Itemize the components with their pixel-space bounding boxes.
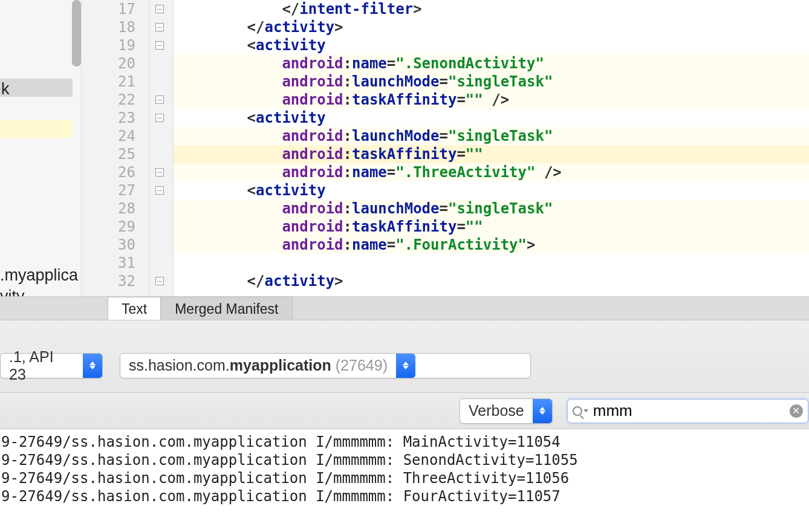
process-select-label: ss.hasion.com.myapplication (27649) xyxy=(120,357,396,374)
fold-marker[interactable] xyxy=(155,5,164,13)
tab-merged-manifest[interactable]: Merged Manifest xyxy=(161,297,292,320)
logcat-filter-toolbar: Verbose ✕ xyxy=(0,393,809,429)
line-number: 20 xyxy=(82,54,135,73)
line-number: 22 xyxy=(82,91,135,109)
code-line[interactable]: android:launchMode="singleTask" xyxy=(174,73,809,91)
line-number: 17 xyxy=(82,0,135,18)
log-level-select[interactable]: Verbose xyxy=(460,398,553,424)
sidebar-item-label: .myapplica xyxy=(0,266,78,285)
log-search-field[interactable]: ✕ xyxy=(567,399,808,423)
line-number: 24 xyxy=(82,127,135,145)
code-line[interactable]: </intent-filter> xyxy=(174,0,809,18)
line-number: 32 xyxy=(82,272,135,290)
dropdown-icon xyxy=(83,354,102,378)
device-select[interactable]: .1, API 23 xyxy=(0,353,103,378)
fold-marker[interactable] xyxy=(155,186,164,195)
fold-marker[interactable] xyxy=(155,23,164,31)
code-line[interactable]: android:name=".SenondActivity" xyxy=(174,54,809,73)
log-line: 9-27649/ss.hasion.com.myapplication I/mm… xyxy=(0,451,809,469)
log-line: 9-27649/ss.hasion.com.myapplication I/mm… xyxy=(0,469,809,487)
code-line[interactable]: android:taskAffinity="" /> xyxy=(174,91,809,109)
fold-marker[interactable] xyxy=(155,114,164,122)
code-line[interactable]: <activity xyxy=(174,36,809,54)
logcat-output[interactable]: 9-27649/ss.hasion.com.myapplication I/mm… xyxy=(0,429,809,532)
process-select[interactable]: ss.hasion.com.myapplication (27649) xyxy=(120,353,531,378)
code-line[interactable]: </activity> xyxy=(174,18,809,36)
project-sidebar-fragment: k .myapplica vity xyxy=(0,0,82,296)
line-number: 18 xyxy=(82,18,135,36)
line-number: 21 xyxy=(82,73,135,91)
line-number: 28 xyxy=(82,199,135,218)
clear-icon[interactable]: ✕ xyxy=(790,404,803,418)
code-line[interactable]: android:name=".ThreeActivity" /> xyxy=(174,163,809,181)
line-number-gutter[interactable]: 17181920212223242526272829303132 xyxy=(82,0,149,296)
code-editor[interactable]: </intent-filter> </activity> <activity a… xyxy=(174,0,809,296)
line-number: 19 xyxy=(82,36,135,54)
sidebar-item-label: k xyxy=(1,80,10,99)
code-line[interactable]: </activity> xyxy=(174,272,809,290)
sidebar-item[interactable] xyxy=(0,120,73,138)
line-number: 27 xyxy=(82,181,135,199)
code-line[interactable] xyxy=(174,254,809,272)
search-icon xyxy=(573,406,582,416)
fold-column[interactable] xyxy=(149,0,174,296)
sidebar-item-selected[interactable] xyxy=(0,79,73,97)
sidebar-item-label: vity xyxy=(0,287,25,296)
code-line[interactable]: <activity xyxy=(174,109,809,127)
log-search-input[interactable] xyxy=(593,401,790,420)
device-select-label: .1, API 23 xyxy=(1,348,83,383)
tab-text[interactable]: Text xyxy=(108,297,161,320)
line-number: 23 xyxy=(82,109,135,127)
fold-marker[interactable] xyxy=(155,96,164,104)
fold-marker[interactable] xyxy=(155,168,164,177)
code-line[interactable]: android:taskAffinity="" xyxy=(174,145,809,163)
code-line[interactable]: android:taskAffinity="" xyxy=(174,218,809,236)
dropdown-icon xyxy=(396,354,415,378)
line-number: 25 xyxy=(82,145,135,163)
logcat-device-toolbar: .1, API 23 ss.hasion.com.myapplication (… xyxy=(0,320,809,393)
line-number: 29 xyxy=(82,218,135,236)
sidebar-scrollbar[interactable] xyxy=(72,0,81,66)
code-line[interactable]: <activity xyxy=(174,181,809,199)
log-line: 9-27649/ss.hasion.com.myapplication I/mm… xyxy=(0,433,809,451)
editor-area: k .myapplica vity 1718192021222324252627… xyxy=(0,0,809,296)
editor-bottom-tabs: Text Merged Manifest xyxy=(0,296,809,320)
log-level-label: Verbose xyxy=(460,402,533,420)
code-line[interactable]: android:launchMode="singleTask" xyxy=(174,199,809,218)
dropdown-icon xyxy=(533,399,552,423)
code-line[interactable]: android:launchMode="singleTask" xyxy=(174,127,809,145)
code-line[interactable]: android:name=".FourActivity"> xyxy=(174,236,809,254)
line-number: 31 xyxy=(82,254,135,272)
fold-marker[interactable] xyxy=(155,41,164,50)
chevron-down-icon xyxy=(583,409,588,412)
line-number: 26 xyxy=(82,163,135,181)
fold-marker[interactable] xyxy=(155,277,164,285)
log-line: 9-27649/ss.hasion.com.myapplication I/mm… xyxy=(0,487,809,505)
line-number: 30 xyxy=(82,236,135,254)
